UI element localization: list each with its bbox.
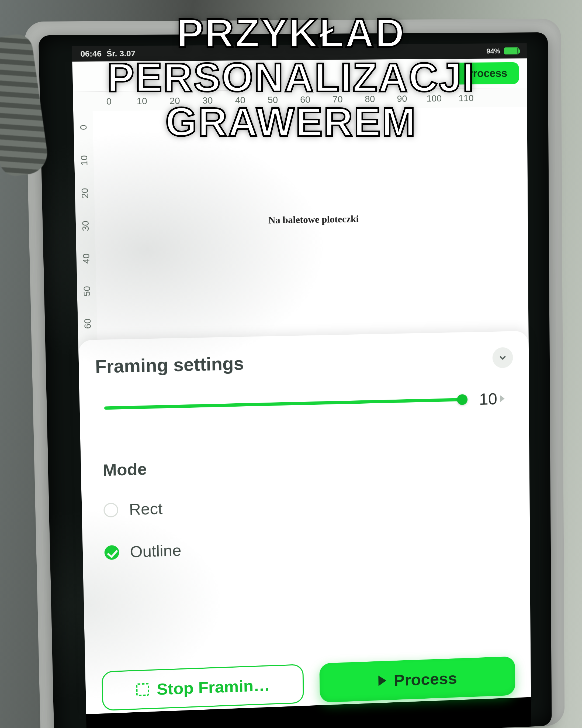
canvas-area[interactable]: 0 10 20 30 40 50 60 70 80 90 100 110 0 1… <box>73 88 529 354</box>
ruler-h-tick: 50 <box>256 90 289 109</box>
slider-value-display[interactable]: 10 <box>479 389 510 409</box>
stop-framing-label: Stop Framin… <box>157 675 270 698</box>
ruler-h-tick: 110 <box>450 88 482 108</box>
stop-framing-button[interactable]: Stop Framin… <box>102 664 304 711</box>
radio-checked-icon <box>104 545 119 560</box>
radio-icon <box>104 502 118 517</box>
ipad-screen: 06:46 Śr. 3.07 94% Process 0 10 20 30 <box>72 43 531 728</box>
ruler-v-tick: 20 <box>75 177 94 209</box>
ruler-h-tick: 100 <box>418 89 450 108</box>
ruler-h-tick: 90 <box>386 89 418 108</box>
ipad-bezel: 06:46 Śr. 3.07 94% Process 0 10 20 30 <box>38 32 552 728</box>
ruler-h-tick: 30 <box>191 90 224 110</box>
framing-settings-panel: Framing settings 10 <box>78 331 531 714</box>
ruler-v-tick: 50 <box>77 275 97 308</box>
ruler-h-tick: 10 <box>125 91 159 110</box>
ruler-h-tick: 0 <box>92 92 126 111</box>
frame-icon <box>136 683 149 696</box>
battery-icon <box>504 48 519 54</box>
ruler-h-tick: 80 <box>354 89 386 108</box>
mode-outline-label: Outline <box>130 541 182 561</box>
chevron-down-icon <box>497 352 508 363</box>
mode-rect-label: Rect <box>129 499 163 519</box>
ipad-case: 06:46 Śr. 3.07 94% Process 0 10 20 30 <box>24 19 565 728</box>
play-icon <box>379 675 387 686</box>
ruler-v-tick: 30 <box>76 209 95 242</box>
action-buttons: Stop Framin… Process <box>102 656 516 711</box>
status-date: Śr. 3.07 <box>106 49 136 58</box>
process-button[interactable]: Process <box>319 656 515 703</box>
ruler-v-tick: 40 <box>76 242 96 275</box>
status-time: 06:46 <box>80 49 102 58</box>
slider-thumb[interactable] <box>457 394 468 405</box>
header-process-button[interactable]: Process <box>454 62 519 85</box>
ruler-h-tick: 70 <box>322 89 354 109</box>
collapse-panel-button[interactable] <box>492 347 513 368</box>
ruler-v-tick: 0 <box>73 111 93 144</box>
ruler-v-tick: 60 <box>78 307 98 340</box>
caret-right-icon <box>500 395 505 402</box>
ruler-v-tick: 10 <box>74 144 94 177</box>
ruler-h-tick: 60 <box>289 90 322 109</box>
process-label: Process <box>394 669 457 690</box>
slider-value-text: 10 <box>479 389 497 409</box>
panel-title: Framing settings <box>95 353 244 377</box>
design-canvas[interactable]: Na baletowe ploteczki <box>93 107 529 353</box>
battery-percent: 94% <box>486 47 500 55</box>
ruler-h-tick: 20 <box>158 91 191 110</box>
speed-slider[interactable] <box>104 398 466 410</box>
app-header: Process <box>72 58 527 92</box>
engraving-text[interactable]: Na baletowe ploteczki <box>268 213 359 226</box>
ruler-h-tick: 40 <box>224 90 256 110</box>
